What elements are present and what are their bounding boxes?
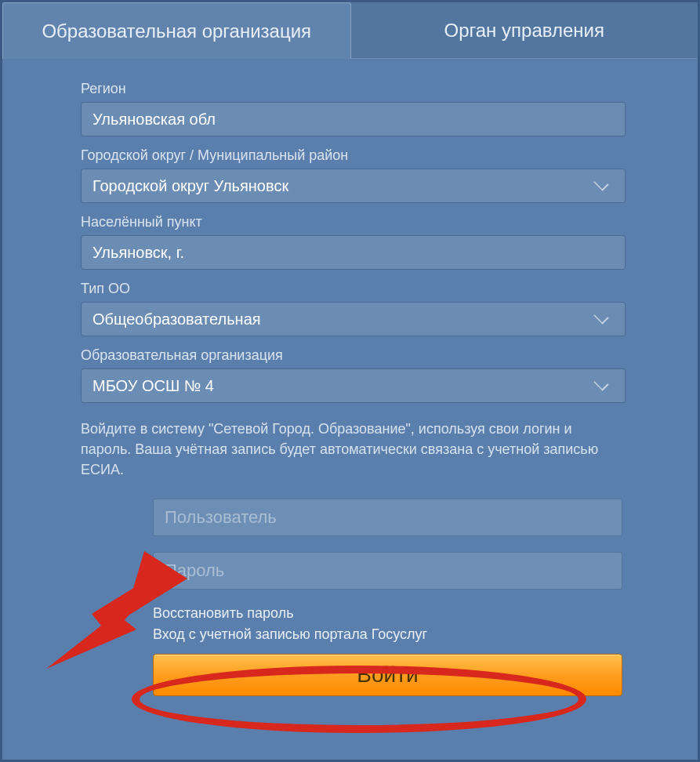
org-select[interactable]: МБОУ ОСШ № 4	[81, 368, 626, 403]
field-locality: Населённый пункт Ульяновск, г.	[81, 214, 626, 270]
login-button[interactable]: Войти	[153, 654, 622, 696]
locality-select[interactable]: Ульяновск, г.	[81, 235, 626, 270]
chevron-down-icon	[595, 382, 611, 391]
ootype-select[interactable]: Общеобразовательная	[81, 302, 626, 336]
field-ootype: Тип ОО Общеобразовательная	[81, 281, 626, 336]
select-value: Ульяновская обл	[92, 111, 216, 129]
username-input[interactable]	[153, 499, 622, 536]
credentials-block: Восстановить пароль Вход с учетной запис…	[81, 499, 626, 696]
field-label: Населённый пункт	[81, 214, 626, 230]
select-value: Ульяновск, г.	[92, 244, 184, 262]
field-label: Регион	[81, 81, 626, 97]
tab-label: Образовательная организация	[42, 20, 311, 42]
gosuslugi-login-link[interactable]: Вход с учетной записью портала Госуслуг	[153, 626, 622, 643]
field-region: Регион Ульяновская обл	[81, 81, 626, 136]
password-input[interactable]	[153, 552, 622, 590]
select-value: Общеобразовательная	[92, 310, 261, 328]
district-select[interactable]: Городской округ Ульяновск	[81, 169, 626, 203]
link-text: Вход с учетной записью портала Госуслуг	[153, 626, 427, 642]
field-label: Городской округ / Муниципальный район	[81, 147, 626, 164]
select-value: МБОУ ОСШ № 4	[92, 377, 214, 395]
chevron-down-icon	[595, 182, 611, 191]
info-text: Войдите в систему "Сетевой Город. Образо…	[81, 419, 626, 480]
region-select[interactable]: Ульяновская обл	[81, 102, 626, 136]
chevron-down-icon	[595, 315, 611, 325]
login-panel: Образовательная организация Орган управл…	[0, 0, 700, 762]
field-org: Образовательная организация МБОУ ОСШ № 4	[81, 347, 626, 403]
tab-governing-body[interactable]: Орган управления	[351, 2, 698, 59]
field-label: Образовательная организация	[81, 347, 626, 364]
tab-educational-org[interactable]: Образовательная организация	[2, 2, 351, 59]
login-button-wrap: Войти	[153, 654, 622, 696]
recover-password-link[interactable]: Восстановить пароль	[153, 605, 622, 622]
field-label: Тип ОО	[81, 281, 626, 297]
tab-bar: Образовательная организация Орган управл…	[2, 2, 698, 59]
link-text: Восстановить пароль	[153, 605, 294, 621]
select-value: Городской округ Ульяновск	[92, 177, 288, 195]
button-label: Войти	[357, 662, 418, 687]
form-area: Регион Ульяновская обл Городской округ /…	[2, 59, 698, 696]
field-district: Городской округ / Муниципальный район Го…	[81, 147, 626, 203]
tab-label: Орган управления	[444, 20, 604, 42]
